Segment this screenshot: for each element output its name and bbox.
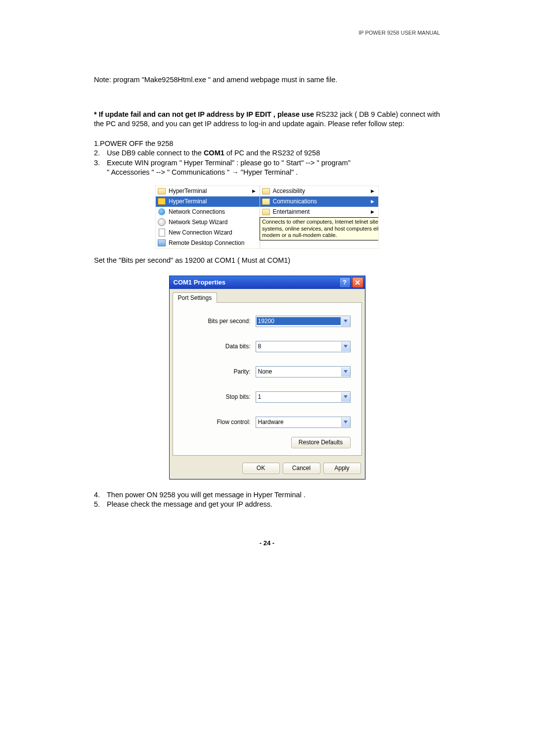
cancel-button[interactable]: Cancel (283, 463, 320, 474)
flowcontrol-combo[interactable]: Hardware (256, 417, 351, 428)
dialog-titlebar[interactable]: COM1 Properties ? (170, 276, 365, 289)
chevron-down-icon[interactable] (341, 392, 350, 402)
chevron-right-icon: ▶ (371, 189, 376, 193)
step-5-text: Please check the message and get your IP… (107, 500, 440, 510)
folder-icon (262, 187, 270, 195)
menu-item-entertainment[interactable]: Entertainment ▶ (260, 207, 378, 217)
stopbits-value: 1 (256, 393, 341, 400)
s2b: COM1 (204, 149, 224, 157)
menu-item-communications[interactable]: Communications ▶ (260, 196, 378, 207)
parity-value: None (256, 368, 341, 375)
s2c: of PC and the RS232 of 9258 (224, 149, 320, 157)
update-fail-text: * If update fail and can not get IP addr… (94, 110, 440, 129)
step-5-num: 5. (94, 500, 107, 510)
databits-combo[interactable]: 8 (256, 341, 351, 352)
step-list-a: 1.POWER OFF the 9258 2. Use DB9 cable co… (94, 139, 440, 178)
manual-page: IP POWER 9258 USER MANUAL Note: program … (94, 0, 440, 567)
menu-item-remote-desktop[interactable]: Remote Desktop Connection (156, 238, 260, 248)
menu-item-network-setup-wizard[interactable]: Network Setup Wizard (156, 217, 260, 228)
flowcontrol-label: Flow control: (184, 419, 256, 425)
menu-label: HyperTerminal (169, 198, 258, 205)
folder-icon (158, 187, 166, 195)
menu-label: Communications (273, 198, 371, 205)
menu-item-accessibility[interactable]: Accessibility ▶ (260, 186, 378, 196)
restore-defaults-button[interactable]: Restore Defaults (291, 437, 351, 448)
menu-label: Network Connections (169, 208, 258, 215)
bps-label: Bits per second: (184, 318, 256, 325)
chevron-right-icon: ▶ (371, 199, 376, 204)
menu-label: Accessibility (273, 188, 371, 194)
menu-item-hyperterminal-folder[interactable]: HyperTerminal ▶ (156, 186, 260, 196)
page-number: - 24 - (94, 539, 440, 547)
rdp-icon (158, 239, 166, 247)
step-3-text: Execute WIN program " Hyper Terminal" : … (107, 158, 440, 168)
databits-label: Data bits: (184, 343, 256, 350)
wizard-icon (158, 218, 166, 226)
tooltip: Connects to other computers, Internet te… (260, 217, 379, 240)
databits-value: 8 (256, 343, 341, 350)
document-icon (158, 229, 166, 236)
menu-item-new-connection-wizard[interactable]: New Connection Wizard (156, 228, 260, 238)
bps-combo[interactable]: 19200 (256, 316, 351, 327)
hyperterminal-icon (158, 197, 166, 205)
step-1: 1.POWER OFF the 9258 (94, 139, 440, 149)
svg-marker-6 (344, 421, 348, 424)
stopbits-label: Stop bits: (184, 393, 256, 400)
svg-marker-4 (344, 370, 348, 373)
menu-item-network-connections[interactable]: Network Connections (156, 207, 260, 217)
stopbits-combo[interactable]: 1 (256, 391, 351, 403)
tab-strip: Port Settings (170, 289, 365, 302)
bits-per-second-note: Set the "Bits per second" as 19200 at CO… (94, 256, 440, 266)
svg-marker-5 (344, 395, 348, 398)
step-2-num: 2. (94, 148, 107, 158)
chevron-down-icon[interactable] (341, 418, 350, 427)
step-3-sub: " Accessories " --> " Communications " →… (107, 168, 440, 178)
flowcontrol-value: Hardware (256, 419, 341, 425)
header-title: IP POWER 9258 USER MANUAL (94, 30, 440, 36)
ok-button[interactable]: OK (242, 463, 280, 474)
step-3-num: 3. (94, 158, 107, 168)
parity-combo[interactable]: None (256, 366, 351, 378)
step-4-num: 4. (94, 490, 107, 500)
s2a: Use DB9 cable connect to the (107, 149, 204, 157)
menu-item-hyperterminal[interactable]: HyperTerminal (156, 196, 260, 207)
apply-button[interactable]: Apply (323, 463, 361, 474)
chevron-right-icon: ▶ (252, 189, 258, 193)
menu-left-col: HyperTerminal ▶ HyperTerminal Network Co… (156, 186, 260, 248)
help-button[interactable]: ? (339, 277, 351, 288)
chevron-right-icon: ▶ (371, 209, 376, 214)
network-icon (158, 208, 166, 216)
close-button[interactable] (352, 277, 363, 288)
chevron-down-icon[interactable] (341, 367, 350, 377)
bps-value: 19200 (257, 317, 341, 325)
start-menu-screenshot: HyperTerminal ▶ HyperTerminal Network Co… (155, 186, 379, 249)
step-list-b: 4. Then power ON 9258 you will get messa… (94, 490, 440, 510)
menu-label: New Connection Wizard (169, 229, 258, 236)
menu-label: Entertainment (273, 208, 371, 215)
svg-marker-2 (344, 320, 348, 323)
fail-prefix: * If update fail and can not get IP addr… (94, 110, 316, 118)
svg-marker-3 (344, 345, 348, 348)
chevron-down-icon[interactable] (341, 342, 350, 351)
chevron-down-icon[interactable] (341, 317, 350, 326)
tab-panel: Bits per second: 19200 Data bits: 8 Pari… (173, 302, 362, 456)
folder-icon (262, 197, 270, 205)
parity-label: Parity: (184, 368, 256, 375)
dialog-title: COM1 Properties (174, 279, 339, 286)
dialog-button-row: OK Cancel Apply (170, 459, 365, 479)
step-2-text: Use DB9 cable connect to the COM1 of PC … (107, 148, 440, 158)
menu-label: Remote Desktop Connection (169, 239, 258, 246)
com1-properties-dialog: COM1 Properties ? Port Settings Bits per… (169, 276, 365, 479)
menu-label: Network Setup Wizard (169, 219, 258, 226)
tab-port-settings[interactable]: Port Settings (173, 292, 218, 303)
note-text: Note: program "Make9258Html.exe " and am… (94, 75, 440, 85)
folder-icon (262, 208, 270, 216)
step-4-text: Then power ON 9258 you will get message … (107, 490, 440, 500)
menu-label: HyperTerminal (169, 188, 252, 194)
